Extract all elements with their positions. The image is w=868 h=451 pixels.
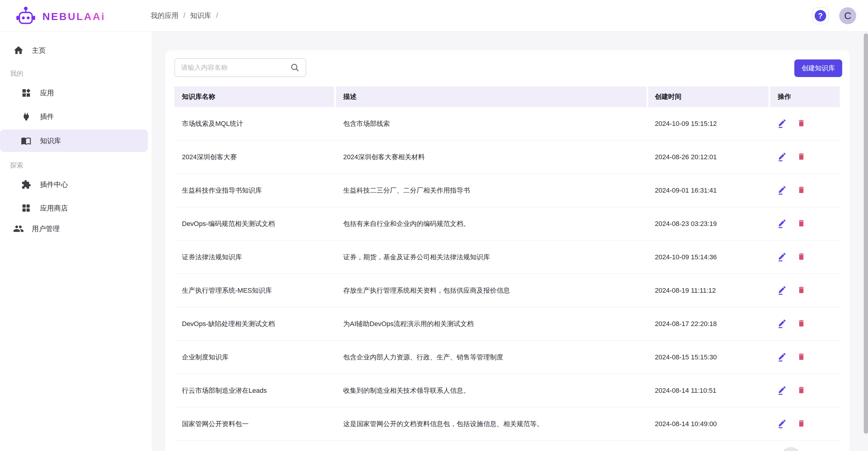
edit-button[interactable] — [778, 419, 787, 429]
row-actions — [770, 241, 840, 274]
help-button[interactable]: ? — [812, 7, 829, 24]
row-actions — [770, 141, 840, 174]
edit-button[interactable] — [778, 152, 787, 162]
sidebar-item-plugins[interactable]: 插件 — [0, 106, 152, 127]
edit-icon — [778, 185, 787, 196]
edit-button[interactable] — [778, 118, 787, 129]
table-row[interactable]: DevOps-编码规范相关测试文档包括有来自行业和企业内的编码规范文档。2024… — [174, 207, 840, 241]
create-knowledge-base-button[interactable]: 创建知识库 — [794, 59, 842, 77]
table-row[interactable]: 国家管网公开资料包一这是国家管网公开的文档资料信息包，包括设施信息、相关规范等。… — [174, 407, 840, 441]
book-icon — [21, 136, 32, 146]
delete-icon — [797, 186, 806, 195]
edit-button[interactable] — [778, 252, 787, 262]
delete-icon — [797, 419, 806, 428]
delete-button[interactable] — [797, 119, 806, 128]
breadcrumb-item[interactable]: 我的应用 — [151, 11, 179, 20]
table-row[interactable]: 生益科技作业指导书知识库生益科技二三分厂、二分厂相关作用指导书2024-09-0… — [174, 174, 840, 207]
edit-button[interactable] — [778, 352, 787, 362]
store-icon — [21, 203, 32, 213]
kb-created-time: 2024-09-01 16:31:41 — [648, 174, 769, 207]
table-row[interactable]: 市场线索及MQL统计包含市场部线索2024-10-09 15:15:12 — [174, 107, 840, 141]
table-row[interactable]: 企业制度知识库包含企业内部人力资源、行政、生产、销售等管理制度2024-08-1… — [174, 340, 840, 374]
delete-icon — [797, 119, 806, 128]
edit-button[interactable] — [778, 285, 787, 296]
kb-created-time: 2024-08-23 03:23:19 — [648, 207, 769, 240]
breadcrumb-separator: / — [216, 11, 218, 20]
sidebar-item-home[interactable]: 主页 — [0, 40, 152, 60]
users-icon — [13, 223, 24, 234]
delete-button[interactable] — [797, 286, 806, 295]
sidebar-section-label: 探索 — [0, 159, 152, 171]
kb-name: 国家管网公开资料包一 — [174, 407, 334, 441]
kb-description: 这是国家管网公开的文档资料信息包，包括设施信息、相关规范等。 — [336, 407, 646, 441]
row-actions — [770, 174, 840, 207]
toolbar: 创建知识库 — [174, 58, 840, 77]
sidebar-item-app-store[interactable]: 应用商店 — [0, 198, 152, 219]
app-header: NEBULAAi 我的应用/知识库/ ? C — [0, 0, 868, 32]
row-actions — [770, 340, 840, 374]
edit-icon — [778, 152, 787, 162]
sidebar-item-user-management[interactable]: 用户管理 — [0, 219, 152, 239]
sidebar-item-plugin-center[interactable]: 插件中心 — [0, 174, 152, 195]
kb-created-time: 2024-08-14 11:10:51 — [648, 374, 769, 407]
kb-name: DevOps-缺陷处理相关测试文档 — [174, 307, 334, 340]
delete-button[interactable] — [797, 319, 806, 328]
kb-name: 生产执行管理系统-MES知识库 — [174, 274, 334, 307]
kb-created-time: 2024-08-26 20:12:01 — [648, 141, 769, 174]
breadcrumb-separator: / — [183, 11, 185, 20]
delete-button[interactable] — [797, 152, 806, 162]
table-row[interactable]: 2024深圳创客大赛2024深圳创客大赛相关材料2024-08-26 20:12… — [174, 141, 840, 174]
breadcrumb-item[interactable]: 知识库 — [190, 11, 211, 20]
kb-created-time: 2024-10-09 15:15:12 — [648, 107, 769, 140]
knowledge-base-table: 知识库名称描述创建时间操作 市场线索及MQL统计包含市场部线索2024-10-0… — [174, 86, 840, 441]
delete-icon — [797, 252, 806, 262]
delete-button[interactable] — [797, 252, 806, 262]
table-row[interactable]: DevOps-缺陷处理相关测试文档为AI辅助DevOps流程演示用的相关测试文档… — [174, 307, 840, 340]
row-actions — [770, 274, 840, 307]
kb-description: 存放生产执行管理系统相关资料，包括供应商及报价信息 — [336, 274, 646, 307]
edit-button[interactable] — [778, 185, 787, 196]
kb-name: 企业制度知识库 — [174, 340, 334, 374]
delete-button[interactable] — [797, 419, 806, 428]
main-area: 创建知识库 知识库名称描述创建时间操作 市场线索及MQL统计包含市场部线索202… — [152, 31, 868, 451]
plug-icon — [21, 112, 32, 122]
content-card: 创建知识库 知识库名称描述创建时间操作 市场线索及MQL统计包含市场部线索202… — [165, 50, 850, 451]
sidebar-item-apps[interactable]: 应用 — [0, 82, 152, 103]
sidebar-item-knowledge-base[interactable]: 知识库 — [0, 129, 148, 152]
avatar[interactable]: C — [839, 7, 856, 24]
sidebar: 主页我的应用插件知识库探索插件中心应用商店用户管理 — [0, 31, 152, 451]
sidebar-item-label: 主页 — [32, 46, 46, 55]
table-row[interactable]: 证券法律法规知识库证券，期货，基金及证券公司相关法律法规知识库2024-10-0… — [174, 241, 840, 274]
kb-name: DevOps-编码规范相关测试文档 — [174, 207, 334, 240]
brand-name: NEBULAAi — [42, 10, 105, 23]
edit-button[interactable] — [778, 385, 787, 396]
table-row[interactable]: 行云市场部制造业潜在Leads收集到的制造业相关技术领导联系人信息。2024-0… — [174, 374, 840, 407]
delete-button[interactable] — [797, 386, 806, 395]
table-row[interactable]: 生产执行管理系统-MES知识库存放生产执行管理系统相关资料，包括供应商及报价信息… — [174, 274, 840, 307]
search-icon[interactable] — [290, 63, 300, 73]
delete-button[interactable] — [797, 186, 806, 195]
kb-description: 证券，期货，基金及证券公司相关法律法规知识库 — [336, 241, 646, 274]
app-logo[interactable]: NEBULAAi — [16, 6, 105, 27]
scrollbar-thumb[interactable] — [864, 33, 868, 434]
kb-created-time: 2024-08-19 11:11:12 — [648, 274, 769, 307]
edit-icon — [778, 118, 787, 129]
edit-button[interactable] — [778, 319, 787, 329]
edit-icon — [778, 252, 787, 262]
kb-description: 包含市场部线索 — [336, 107, 646, 140]
kb-created-time: 2024-08-17 22:20:18 — [648, 307, 769, 340]
row-actions — [770, 307, 840, 340]
column-header: 描述 — [336, 86, 646, 107]
kb-description: 收集到的制造业相关技术领导联系人信息。 — [336, 374, 646, 407]
search-input[interactable] — [174, 58, 306, 77]
delete-button[interactable] — [797, 219, 806, 229]
delete-button[interactable] — [797, 353, 806, 362]
edit-icon — [778, 352, 787, 362]
kb-description: 包含企业内部人力资源、行政、生产、销售等管理制度 — [336, 340, 646, 374]
sidebar-item-label: 用户管理 — [32, 224, 60, 234]
sidebar-item-label: 插件中心 — [40, 180, 68, 189]
edit-icon — [778, 218, 787, 229]
edit-button[interactable] — [778, 218, 787, 229]
sidebar-section-label: 我的 — [0, 68, 152, 80]
delete-icon — [797, 386, 806, 395]
